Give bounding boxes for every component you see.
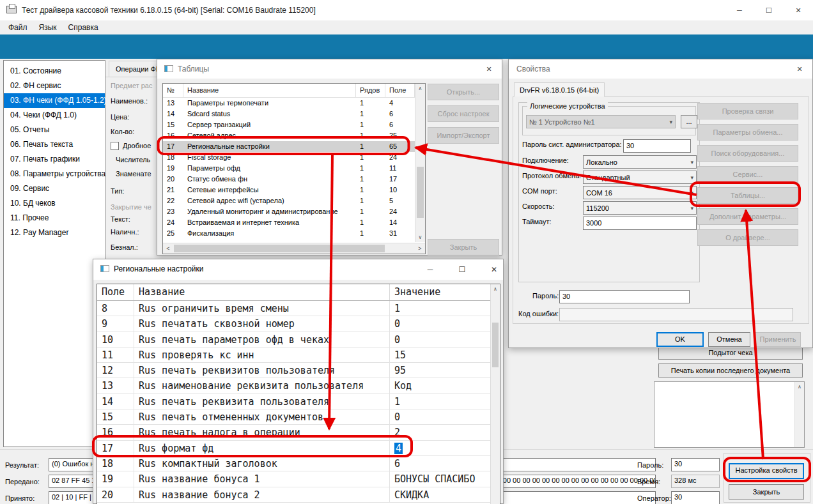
col-field[interactable]: Поле [97,284,134,300]
scroll-up-icon[interactable]: ∧ [491,284,500,294]
maximize-icon[interactable]: ☐ [754,0,784,20]
props-side-button-5[interactable]: Таблицы... [697,187,798,204]
col-number[interactable]: № [163,84,183,97]
table-row[interactable]: 17Rus формат фд4 [97,441,492,456]
sidebar-item-10[interactable]: 10. БД чеков [4,196,105,211]
configure-properties-button[interactable]: Настройка свойств [729,463,804,479]
minimize-icon[interactable]: ─ [725,0,754,20]
maximize-icon[interactable]: ☐ [448,259,476,280]
scroll-down-icon[interactable]: ∨ [415,233,425,242]
device-select[interactable]: № 1 Устройство №1 ▾ [526,115,676,128]
tables-vscrollbar[interactable]: ∧ ∨ [415,84,425,242]
scroll-thumb[interactable] [492,323,499,367]
table-row[interactable]: 18Fiscal storage124 [163,152,415,163]
scroll-thumb[interactable] [417,167,424,218]
close-icon[interactable]: ✕ [787,59,812,79]
fraction-checkbox[interactable] [111,142,119,150]
table-row[interactable]: 14Sdcard status16 [163,109,415,119]
table-row[interactable]: 8Rus ограничить время смены1 [97,301,492,316]
sidebar-item-9[interactable]: 09. Сервис [4,181,105,196]
props-side-button-6[interactable]: Дополнит. параметры... [697,208,798,225]
operator-field[interactable]: 30 [671,491,720,504]
col-fields[interactable]: Поле [385,84,415,97]
device-more-button[interactable]: ... [681,115,697,128]
com-port-select[interactable]: COM 16 ▾ [583,186,697,199]
props-side-button-3[interactable]: Поиск оборудования... [697,145,798,162]
props-side-button-4[interactable]: Сервис... [697,166,798,183]
table-row[interactable]: 15Rus печать отмененных документов0 [97,409,492,425]
menu-item-1[interactable]: Файл [3,20,33,34]
sidebar-item-6[interactable]: 06. Печать текста [4,137,105,152]
props-side-button-7[interactable]: О драйвере... [697,229,798,246]
table-row[interactable]: 15Сервер транзакций16 [163,119,415,130]
tables-hscrollbar[interactable]: < > [163,243,425,254]
table-row[interactable]: 12Rus печать реквизитов пользователя95 [97,363,492,378]
close-icon[interactable]: ✕ [784,0,813,20]
timeout-field[interactable]: 3000 [583,217,697,230]
close-icon[interactable]: ✕ [480,259,508,280]
table-row[interactable]: 19Rus название бонуса 1БОНУСЫ СПАСИБО [97,471,492,487]
col-name[interactable]: Название [183,84,356,97]
sidebar-item-8[interactable]: 08. Параметры устройства [4,167,105,181]
table-row[interactable]: 25Фискализация131 [163,228,415,239]
close-app-button[interactable]: Закрыть [729,484,804,500]
scroll-up-icon[interactable]: ∧ [415,84,425,93]
sidebar-item-7[interactable]: 07. Печать графики [4,152,105,167]
apply-button[interactable]: Применить [755,332,801,347]
log-scrollbar[interactable]: ∧ [794,382,804,447]
table-row[interactable]: 16Rus печать налога в операции2 [97,425,492,440]
protocol-select[interactable]: Стандартный ▾ [583,171,697,184]
print-copy-button[interactable]: Печать копии последнего документа [658,363,803,378]
regional-vscrollbar[interactable]: ∧ [490,284,500,504]
col-value[interactable]: Значение [390,284,492,300]
table-row[interactable]: 21Сетевые интерфейсы110 [163,185,415,195]
table-row[interactable]: 11Rus проверять кс инн15 [97,347,492,363]
tab-drvfr[interactable]: DrvFR v6.18.0.15 (64-bit) [514,82,605,97]
ok-button[interactable]: OK [656,332,704,347]
table-row[interactable]: 20Статус обмена фн117 [163,174,415,185]
sys-admin-password-field[interactable]: 30 [623,139,691,153]
table-row[interactable]: 17Региональные настройки165 [163,141,415,152]
scroll-left-icon[interactable]: < [163,243,173,254]
sidebar-item-3[interactable]: 03. ФН чеки (ФФД 1.05-1.2) [4,93,105,108]
connection-select[interactable]: Локально ▾ [583,155,697,169]
table-row[interactable]: 22Сетевой адрес wifi (устарела)15 [163,195,415,206]
sidebar-item-12[interactable]: 12. Pay Manager [4,225,105,240]
table-row[interactable]: 13Параметры термопечати14 [163,98,415,109]
sidebar-item-1[interactable]: 01. Состояние [4,64,105,79]
sidebar-item-2[interactable]: 02. ФН сервис [4,79,105,93]
table-row[interactable]: 23Удаленный мониторинг и администрирован… [163,206,415,217]
scroll-thumb[interactable] [174,245,385,252]
scroll-right-icon[interactable]: > [415,243,425,254]
error-code-field[interactable] [559,308,793,321]
props-side-button-1[interactable]: Проверка связи [697,103,798,119]
sidebar-item-4[interactable]: 04. Чеки (ФФД 1.0) [4,108,105,123]
minimize-icon[interactable]: ─ [416,259,444,280]
scroll-up-icon[interactable]: ∧ [795,382,804,392]
close-tables-button[interactable]: Закрыть [428,239,499,256]
table-row[interactable]: 13Rus наименование реквизита пользовател… [97,378,492,393]
table-row[interactable]: 19Параметры офд111 [163,163,415,174]
sidebar-item-11[interactable]: 11. Прочее [4,211,105,225]
props-password-field[interactable]: 30 [559,290,690,303]
table-row[interactable]: 24Встраиваемая и интернет техника114 [163,217,415,228]
log-textarea[interactable]: ∧ [654,381,805,448]
table-row[interactable]: 16Сетевой адрес125 [163,130,415,141]
password-field[interactable]: 30 [671,458,720,471]
table-row[interactable]: 14Rus печать реквизита пользователя1 [97,394,492,409]
col-rows[interactable]: Рядов [356,84,385,97]
col-name[interactable]: Название [134,284,390,300]
menu-item-3[interactable]: Справка [63,20,104,34]
open-button[interactable]: Открыть... [428,84,499,100]
table-row[interactable]: 18Rus компактный заголовок6 [97,456,492,471]
reset-settings-button[interactable]: Сброс настроек [428,105,499,122]
table-row[interactable]: 10Rus печать параметров офд в чеках0 [97,332,492,347]
cancel-button[interactable]: Отмена [708,332,750,347]
close-icon[interactable]: ✕ [476,59,502,79]
table-row[interactable]: 20Rus название бонуса 2СКИДКА [97,487,492,503]
sidebar-item-5[interactable]: 05. Отчеты [4,123,105,137]
menu-item-2[interactable]: Язык [33,20,63,34]
baudrate-select[interactable]: 115200 ▾ [583,201,697,215]
import-export-button[interactable]: Импорт/Экспорт [428,127,499,144]
table-row[interactable]: 9Rus печатать сквозной номер0 [97,316,492,332]
